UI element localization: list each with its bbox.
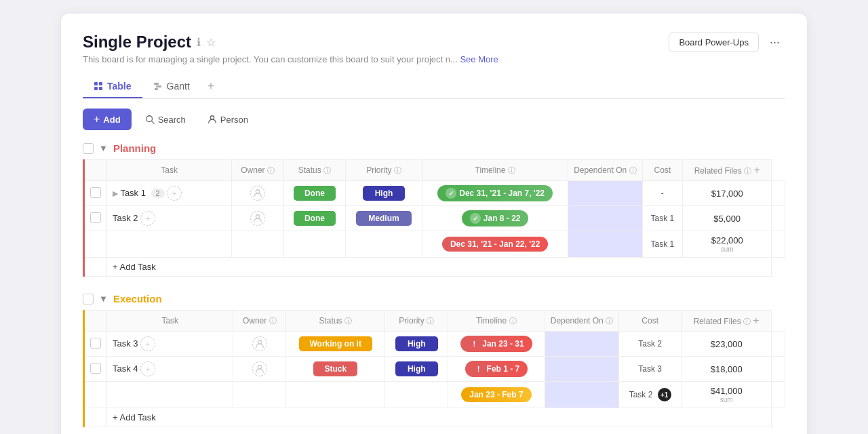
dependent-e1[interactable]: Task 2 [619,332,682,357]
priority-e2[interactable]: High [385,357,448,382]
col-status-execution: Status ⓘ [286,311,385,332]
owner-info-icon[interactable]: ⓘ [267,166,275,174]
expand-icon-p1[interactable]: ▶ [113,189,118,197]
row-check-e1[interactable] [84,332,107,357]
row-check-e2[interactable] [84,357,107,382]
status-badge-e2: Stuck [313,361,357,376]
files-e2 [772,357,785,382]
add-task-row-planning[interactable]: + Add Task [84,258,785,277]
sum-timeline-badge-execution: Jan 23 - Feb 7 [461,387,531,402]
files-info-icon[interactable]: ⓘ [744,167,751,175]
status-info-icon-e[interactable]: ⓘ [344,317,352,325]
owner-e2[interactable] [233,357,286,382]
add-owner-p1[interactable]: ＋ [167,186,182,201]
owner-p1[interactable] [232,181,284,206]
timeline-badge-p2: Jan 8 - 22 [462,210,529,226]
table-row: Task 4 ＋ Stuck High [84,357,785,382]
person-avatar-p2[interactable] [250,211,265,226]
add-task-label-planning[interactable]: + Add Task [107,258,772,277]
status-e1[interactable]: Working on it [286,332,385,357]
timeline-e1[interactable]: Jan 23 - 31 [448,332,545,357]
dependent-p2[interactable]: Task 1 [642,206,683,231]
priority-badge-e2: High [395,361,438,376]
planning-chevron-icon[interactable]: ▼ [99,143,108,153]
owner-p2[interactable] [232,206,284,231]
cost-e2: $18,000 [682,357,772,382]
task-name-p2[interactable]: Task 2 ＋ [107,206,232,231]
add-column-execution[interactable]: + [753,315,759,326]
col-timeline-planning: Timeline ⓘ [422,160,568,181]
status-e2[interactable]: Stuck [286,357,385,382]
row-check-p1[interactable] [84,181,107,206]
add-tab-button[interactable]: + [201,74,222,99]
add-owner-e1[interactable]: ＋ [140,336,155,351]
cost-p2: $5,000 [683,206,772,231]
table-row: Task 2 ＋ Done Medium [84,206,785,231]
timeline-info-icon[interactable]: ⓘ [508,166,515,174]
add-column-planning[interactable]: + [753,164,760,176]
power-ups-button[interactable]: Board Power-Ups [669,33,759,52]
section-execution: ▼ Execution Task Owner ⓘ [83,293,785,427]
owner-e1[interactable] [233,332,286,357]
execution-section-checkbox[interactable] [83,294,94,304]
timeline-e2[interactable]: Feb 1 - 7 [448,357,545,382]
tabs-bar: Table Gantt + [83,74,785,99]
timeline-p2[interactable]: Jan 8 - 22 [422,206,568,231]
dependent-info-icon-e[interactable]: ⓘ [606,317,613,325]
add-button[interactable]: + Add [83,108,132,130]
execution-chevron-icon[interactable]: ▼ [99,294,108,304]
person-button[interactable]: Person [199,111,256,129]
search-button[interactable]: Search [137,111,194,129]
task-name-e2[interactable]: Task 4 ＋ [107,357,233,382]
col-check-execution [84,311,107,332]
add-owner-p2[interactable]: ＋ [140,211,155,226]
col-cost-planning: Cost [642,160,683,181]
planning-section-checkbox[interactable] [83,143,94,154]
see-more-link[interactable]: See More [460,54,498,64]
add-task-label-execution[interactable]: + Add Task [107,408,772,427]
col-cost-execution: Cost [619,311,682,332]
dependent-e2[interactable]: Task 3 [619,357,682,382]
priority-info-icon[interactable]: ⓘ [394,166,401,174]
dependent-info-icon[interactable]: ⓘ [629,166,637,174]
col-files-execution: Related Files ⓘ + [682,311,772,332]
add-owner-e2[interactable]: ＋ [140,361,155,376]
add-task-row-execution[interactable]: + Add Task [84,408,785,427]
col-timeline-execution: Timeline ⓘ [448,311,545,332]
priority-e1[interactable]: High [385,332,448,357]
files-info-icon-e[interactable]: ⓘ [743,317,751,326]
svg-rect-2 [94,87,98,90]
owner-info-icon-e[interactable]: ⓘ [269,317,277,325]
timeline-p1[interactable]: Dec 31, '21 - Jan 7, '22 [422,181,568,206]
status-p1[interactable]: Done [283,181,345,206]
person-label: Person [220,115,248,125]
person-avatar-e1[interactable] [252,336,267,351]
timeline-info-icon-e[interactable]: ⓘ [509,317,517,325]
star-icon-button[interactable]: ☆ [206,36,216,49]
task-name-p1[interactable]: ▶ Task 1 2 ＋ [107,181,232,206]
cost-p1: $17,000 [683,181,772,206]
svg-line-8 [151,121,154,124]
more-options-button[interactable]: ··· [764,33,785,52]
status-p2[interactable]: Done [283,206,345,231]
svg-point-9 [210,116,214,119]
priority-info-icon-e[interactable]: ⓘ [427,317,434,325]
tab-table[interactable]: Table [83,75,142,98]
priority-p2[interactable]: Medium [345,206,422,231]
row-check-p2[interactable] [84,206,107,231]
board-header: Single Project ℹ ☆ This board is for man… [83,33,785,64]
dependent-p1[interactable]: - [642,181,683,206]
app-background: Single Project ℹ ☆ This board is for man… [0,0,868,434]
sum-cost-planning: $22,000 sum [683,231,772,258]
status-info-icon[interactable]: ⓘ [323,166,331,174]
task-name-e1[interactable]: Task 3 ＋ [107,332,233,357]
planning-section-header: ▼ Planning [83,142,785,154]
tab-gantt[interactable]: Gantt [142,75,201,98]
priority-p1[interactable]: High [345,181,422,206]
col-divider-p1 [568,181,642,206]
table-row: Task 3 ＋ Working on it High [84,332,785,357]
info-icon-button[interactable]: ℹ [197,36,201,49]
col-owner-execution: Owner ⓘ [233,311,286,332]
person-avatar-p1[interactable] [250,186,265,201]
person-avatar-e2[interactable] [252,361,267,376]
